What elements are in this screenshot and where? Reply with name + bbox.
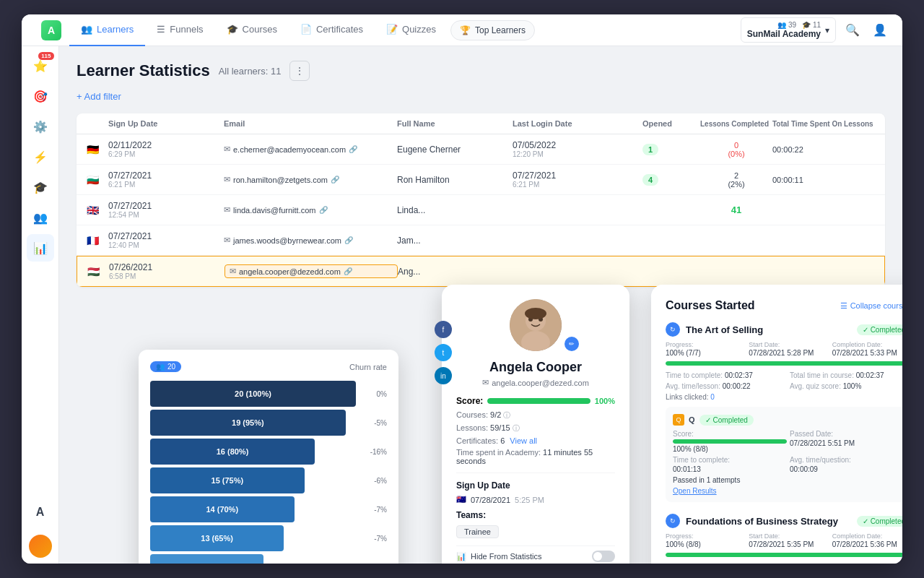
- svg-point-5: [525, 308, 546, 319]
- facebook-icon[interactable]: f: [435, 321, 452, 338]
- stats-icon: 📊: [456, 552, 466, 561]
- email-5: ✉ angela.cooper@dezedd.com 🔗: [225, 264, 398, 278]
- signup-date-5: 07/26/2021 6:58 PM: [109, 262, 225, 280]
- edit-profile-button[interactable]: ✏: [565, 337, 579, 351]
- funnel-bar-row: 16 (80%)-16%: [150, 439, 387, 465]
- user-icon[interactable]: 👤: [869, 20, 891, 41]
- funnel-count-badge: 👥 20: [150, 361, 181, 372]
- table-row[interactable]: 🇬🇧 07/27/2021 12:54 PM ✉ linda.davis@fur…: [77, 195, 885, 225]
- course-time-stats-1: Time to complete: 00:02:37 Total time in…: [666, 371, 902, 390]
- sidebar-item-chart[interactable]: 📊: [27, 234, 54, 262]
- funnel-bar: 16 (80%): [150, 439, 315, 465]
- academy-selector[interactable]: 👥 39 🎓 11 SunMail Academy ▾: [741, 17, 836, 43]
- funnel-bar: 11 (55%): [150, 554, 263, 564]
- sidebar-item-lightning[interactable]: ⚡: [27, 143, 54, 171]
- sidebar-item-settings[interactable]: ⚙️: [27, 113, 54, 140]
- flag-hu: 🇭🇺: [86, 267, 100, 277]
- links-clicked-1: Links clicked: 0: [666, 393, 902, 401]
- quiz-stats-1: Score: 100% (8/8) Passed Date:: [673, 430, 902, 473]
- table-row[interactable]: 🇫🇷 07/27/2021 12:40 PM ✉ james.woods@byr…: [77, 225, 885, 256]
- profile-teams: Teams:: [456, 510, 615, 520]
- profile-email: ✉ angela.cooper@dezed.com: [456, 378, 615, 387]
- view-all-link[interactable]: View all: [510, 436, 537, 445]
- funnel-bar: 15 (75%): [150, 467, 305, 493]
- course-item-2: ↻ Foundations of Business Strategy ✓ Com…: [666, 514, 902, 564]
- tab-top-learners[interactable]: 🏆 Top Learners: [450, 20, 535, 40]
- hide-stats-row: 📊 Hide From Statistics: [456, 545, 615, 564]
- sidebar-item-people[interactable]: 👥: [27, 204, 54, 231]
- course-item-1: ↻ The Art of Selling ✓ Completed Progres…: [666, 322, 902, 502]
- sidebar-item-font[interactable]: A: [27, 499, 54, 526]
- funnel-bar-row: 20 (100%)0%: [150, 381, 387, 407]
- score-pct: 100%: [595, 397, 615, 405]
- tab-courses[interactable]: 🎓 Courses: [215, 14, 289, 46]
- trophy-icon: 🏆: [460, 25, 471, 35]
- collapse-icon: ☰: [840, 301, 847, 311]
- twitter-icon[interactable]: t: [435, 344, 452, 361]
- quiz-icon-1: Q: [673, 414, 684, 426]
- table-row-highlighted[interactable]: 🇭🇺 07/26/2021 6:58 PM ✉ angela.cooper@de…: [77, 256, 885, 287]
- email-2: ✉ ron.hamilton@zetgets.com 🔗: [224, 175, 397, 184]
- logo-icon[interactable]: A: [41, 20, 61, 40]
- certificates-icon: 📄: [300, 24, 312, 35]
- tab-certificates[interactable]: 📄 Certificates: [289, 14, 375, 46]
- lessons-1: 0 (0%): [700, 141, 772, 158]
- open-results-link[interactable]: Open Results: [673, 487, 902, 495]
- funnels-icon: ☰: [157, 24, 165, 35]
- email-3: ✉ linda.davis@furnitt.com 🔗: [224, 205, 397, 215]
- nav-right: 👥 39 🎓 11 SunMail Academy ▾ 🔍 👤: [741, 17, 891, 43]
- academy-info: 👥 39 🎓 11 SunMail Academy: [747, 21, 821, 39]
- search-button[interactable]: 🔍: [842, 20, 863, 41]
- chevron-down-icon: ▾: [825, 25, 829, 35]
- page-header: Learner Statistics All learners: 11 ⋮: [77, 61, 885, 81]
- churn-rate: -7%: [362, 535, 387, 543]
- quiz-attempts: Passed in 1 attempts: [673, 476, 902, 484]
- sidebar-item-star[interactable]: ⭐: [27, 52, 54, 79]
- email-icon: ✉: [482, 378, 489, 387]
- funnel-bar-row: 14 (70%)-7%: [150, 496, 387, 522]
- score-bar: [487, 398, 590, 404]
- profile-courses: Courses: 9/2 ⓘ: [456, 410, 615, 420]
- quiz-header-1: Q Q ✓ Completed: [673, 414, 902, 426]
- academy-stats: 👥 39 🎓 11: [777, 21, 821, 29]
- flag-fr: 🇫🇷: [85, 236, 100, 246]
- linkedin-icon[interactable]: in: [435, 367, 452, 384]
- tab-learners[interactable]: 👥 Learners: [69, 14, 145, 46]
- funnel-bar: 19 (95%): [150, 410, 346, 436]
- signup-date-2: 07/27/2021 6:21 PM: [108, 171, 224, 189]
- fullname-2: Ron Hamilton: [397, 175, 513, 185]
- user-avatar[interactable]: [29, 535, 52, 558]
- signup-date-1: 02/11/2022 6:29 PM: [108, 140, 224, 158]
- churn-rate: -15%: [362, 564, 387, 564]
- completed-badge-2: ✓ Completed: [857, 516, 902, 527]
- add-filter-link[interactable]: + Add filter: [77, 91, 121, 102]
- collapse-courses-button[interactable]: ☰ Collapse courses: [840, 301, 902, 311]
- table-row[interactable]: 🇧🇬 07/27/2021 6:21 PM ✉ ron.hamilton@zet…: [77, 165, 885, 195]
- course-stats-1: Progress: 100% (7/7) Start Date: 07/28/2…: [666, 341, 902, 357]
- tab-quizzes[interactable]: 📝 Quizzes: [375, 14, 448, 46]
- more-options-button[interactable]: ⋮: [289, 61, 310, 81]
- funnel-bar-row: 15 (75%)-6%: [150, 467, 387, 493]
- table-row[interactable]: 🇩🇪 02/11/2022 6:29 PM ✉ e.cherner@academ…: [77, 134, 885, 165]
- check-icon: ✓: [863, 326, 868, 334]
- churn-rate: 0%: [362, 390, 387, 398]
- funnel-bar: 20 (100%): [150, 381, 356, 407]
- fullname-1: Eugene Cherner: [397, 144, 513, 155]
- sidebar-item-target[interactable]: 🎯: [27, 82, 54, 110]
- quizzes-icon: 📝: [386, 24, 398, 35]
- sidebar: ⭐ 🎯 ⚙️ ⚡ 🎓 👥 📊 A: [22, 46, 59, 564]
- courses-panel: Courses Started ☰ Collapse courses ↻ The…: [651, 285, 902, 564]
- lessons-2: 2 (2%): [700, 171, 772, 189]
- signup-date-4: 07/27/2021 12:40 PM: [108, 231, 224, 249]
- profile-signup-section: Sign Up Date: [456, 480, 615, 491]
- col-email: Email: [224, 119, 397, 128]
- course-stats-2: Progress: 100% (8/8) Start Date: 07/28/2…: [666, 532, 902, 548]
- signup-date-3: 07/27/2021 12:54 PM: [108, 201, 224, 219]
- courses-title: Courses Started: [666, 299, 755, 312]
- hide-stats-toggle[interactable]: [592, 551, 615, 562]
- time-1: 00:00:22: [772, 145, 885, 154]
- main-window: A 👥 Learners ☰ Funnels 🎓 Courses 📄 Certi…: [22, 14, 902, 564]
- course-name-row-1: ↻ The Art of Selling ✓ Completed: [666, 322, 902, 337]
- tab-funnels[interactable]: ☰ Funnels: [145, 14, 214, 46]
- sidebar-item-graduation[interactable]: 🎓: [27, 173, 54, 201]
